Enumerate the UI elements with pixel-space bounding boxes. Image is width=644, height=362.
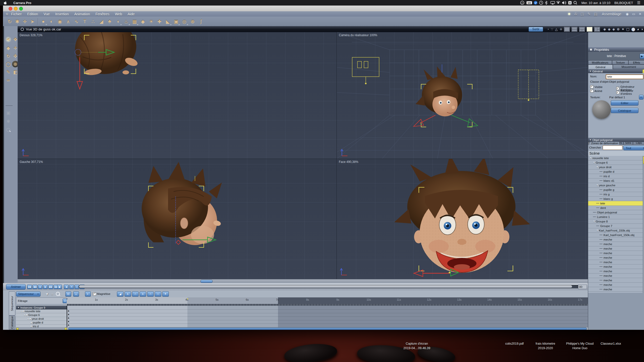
- head-top-view[interactable]: [72, 32, 140, 78]
- layout-single-icon[interactable]: [564, 27, 570, 32]
- render-frame-button[interactable]: ▣: [57, 285, 62, 289]
- tab-mouvement[interactable]: Mouvement: [613, 65, 644, 69]
- camera-tool-icon[interactable]: ▣: [5, 110, 12, 116]
- scene-tree-row[interactable]: ▼Karl_hairFront_150k.obj: [588, 228, 643, 233]
- sequencer-track-row[interactable]: ▼▶yeux droit: [16, 317, 67, 321]
- box-pan-icon[interactable]: ◈: [608, 27, 611, 31]
- zoom-tool-icon[interactable]: [5, 127, 12, 133]
- head-camera-view[interactable]: [416, 66, 462, 116]
- spline-tool-icon[interactable]: ∿: [73, 18, 80, 25]
- menu-item[interactable]: Web: [115, 12, 122, 16]
- keyframe-marker[interactable]: ▲: [67, 309, 70, 312]
- marquee-zoom-button[interactable]: ⊡: [65, 291, 71, 297]
- viewport-front-canvas[interactable]: [337, 159, 588, 279]
- vertex-object-tool-icon[interactable]: ◐: [48, 18, 55, 25]
- scene-tree-row[interactable]: ▼iris d: [588, 174, 643, 178]
- viewport-sequencer-splitter[interactable]: [18, 279, 588, 283]
- discrete-tween-icon[interactable]: ∧: [140, 291, 146, 297]
- scene-tree-row[interactable]: ▼blanc g: [588, 197, 643, 201]
- menu-item[interactable]: Fenêtres: [95, 12, 109, 16]
- scene-tree-row[interactable]: ▼pupille d: [588, 169, 643, 174]
- select-arrow-icon[interactable]: ➤: [5, 36, 12, 43]
- bones-tool-icon[interactable]: ∧: [64, 18, 72, 25]
- magnetise-checkbox[interactable]: Magnétise: [93, 292, 110, 296]
- scene-tree-row[interactable]: ▼meche: [588, 269, 643, 274]
- bone-tool-icon[interactable]: ∫: [197, 18, 205, 25]
- stop-button[interactable]: ■: [38, 285, 43, 289]
- menu-item[interactable]: Fichier: [11, 12, 22, 16]
- scene-tree-row[interactable]: ▼Lumière 1: [588, 215, 643, 219]
- viewport-left[interactable]: Gauche 307,71%: [18, 159, 337, 279]
- texture-chevron-button[interactable]: »: [639, 95, 643, 100]
- active-app-name[interactable]: Carrara Pro: [13, 1, 31, 5]
- render-film-icon[interactable]: ▤: [594, 12, 597, 16]
- scene-tree-row[interactable]: ▼Groupe 6: [588, 160, 643, 165]
- pan-view-tool-icon[interactable]: ✱: [14, 18, 21, 25]
- menu-item[interactable]: Aide: [128, 12, 135, 16]
- general-section-header[interactable]: ▼Général: [588, 69, 644, 73]
- Capture d'écran 2019-04…09.46.39[interactable]: Capture d'écran 2019-04…09.46.39: [393, 341, 441, 350]
- tab-effets[interactable]: Effets: [628, 60, 644, 65]
- rotate-tool-icon[interactable]: ↻: [5, 53, 12, 59]
- apple-menu-icon[interactable]: [4, 1, 7, 5]
- close-window-button[interactable]: [9, 7, 12, 11]
- viewport-front[interactable]: Face 490,38%: [337, 159, 588, 279]
- timeline-scrollbar[interactable]: [78, 285, 579, 288]
- textured-shade-icon[interactable]: ◑: [641, 27, 643, 31]
- rotation-icon[interactable]: △: [555, 27, 557, 31]
- wireframe-mode-icon[interactable]: ✦: [621, 27, 624, 31]
- zoom-icon[interactable]: [56, 292, 60, 296]
- panel-knob-icon[interactable]: [590, 48, 592, 51]
- shader-pen-icon[interactable]: ✎: [587, 12, 591, 16]
- rock-tool-icon[interactable]: ◖: [114, 18, 122, 25]
- model-wrench-icon[interactable]: ✇: [574, 12, 577, 16]
- polygonal-section-header[interactable]: ▼Objet polygonal: [588, 138, 644, 142]
- x-axis-arrow[interactable]: [414, 115, 435, 126]
- keyframe-marker[interactable]: ▲: [67, 320, 70, 323]
- scene-tree-row[interactable]: ▼nouvelle tete: [588, 156, 643, 160]
- menu-item[interactable]: Vue: [44, 12, 50, 16]
- eyedropper-icon[interactable]: ✎: [5, 69, 12, 75]
- oscillate-tween-icon[interactable]: ∩: [147, 291, 154, 297]
- tab-catalogue[interactable]: Catalogue: [9, 315, 15, 330]
- scene-tree-scrollbar[interactable]: [643, 156, 644, 293]
- zoom-window-button[interactable]: [19, 7, 23, 11]
- sequencer-track-row[interactable]: ▼▶Groupe 6: [16, 313, 67, 317]
- cube-mode-icon[interactable]: ▢: [626, 27, 629, 31]
- options-chevron-button[interactable]: »: [85, 291, 91, 297]
- document-tab-dot-icon[interactable]: [21, 28, 24, 31]
- scene-tree-row[interactable]: ▼meche: [588, 255, 643, 260]
- push-tool-icon[interactable]: ➤: [29, 18, 36, 25]
- scene-tree-row[interactable]: ▼meche: [588, 251, 643, 255]
- link-tool-icon[interactable]: ∞: [5, 77, 12, 83]
- properties-header[interactable]: Propriétés: [588, 47, 644, 52]
- cone-tool-icon[interactable]: ◣: [164, 18, 172, 25]
- preview-sphere-icon[interactable]: ◔: [547, 27, 549, 31]
- scene-tree-row[interactable]: ▼yeux droit: [588, 165, 643, 169]
- paw-tool-icon[interactable]: ✚: [156, 18, 163, 25]
- sequencer-track-row[interactable]: ▼▶nouvelle tete: [16, 309, 67, 313]
- cursor-icon[interactable]: ➤: [45, 291, 49, 296]
- scene-tree-row[interactable]: ▼Groupe 7: [588, 224, 643, 228]
- rotate-sun-icon[interactable]: ☼: [51, 292, 54, 296]
- metaball-tool-icon[interactable]: ◉: [56, 18, 64, 25]
- tab-modificateurs[interactable]: Modificateurs: [588, 60, 612, 65]
- layout-four-pane-icon[interactable]: [587, 27, 592, 32]
- scene-tree-row[interactable]: ▼meche: [588, 283, 643, 287]
- box-zoom-icon[interactable]: ◈: [612, 27, 615, 31]
- scene-tree-row[interactable]: ▼meche: [588, 287, 643, 292]
- menu-item[interactable]: Insertion: [55, 12, 69, 16]
- text-tool-icon[interactable]: T: [81, 18, 89, 25]
- viewport-left-canvas[interactable]: [18, 159, 337, 279]
- prev-frame-button[interactable]: ◀◀: [32, 285, 37, 289]
- catalog-button[interactable]: Catalogue: [611, 108, 638, 113]
- menu-item[interactable]: Edition: [27, 12, 38, 16]
- cloth-tool-icon[interactable]: ▦: [131, 18, 138, 25]
- light-gizmo[interactable]: [518, 70, 539, 101]
- viewport-camera[interactable]: Caméra du réalisateur 100%: [337, 32, 588, 159]
- hotpoint-tool-icon[interactable]: ◯: [5, 61, 12, 67]
- hierarchy-icon[interactable]: ∵: [551, 27, 553, 31]
- name-input[interactable]: tete: [606, 74, 643, 79]
- sequencer-mode-dropdown[interactable]: Séquenceur»: [16, 291, 41, 297]
- layout-three-pane-icon[interactable]: [579, 27, 585, 32]
